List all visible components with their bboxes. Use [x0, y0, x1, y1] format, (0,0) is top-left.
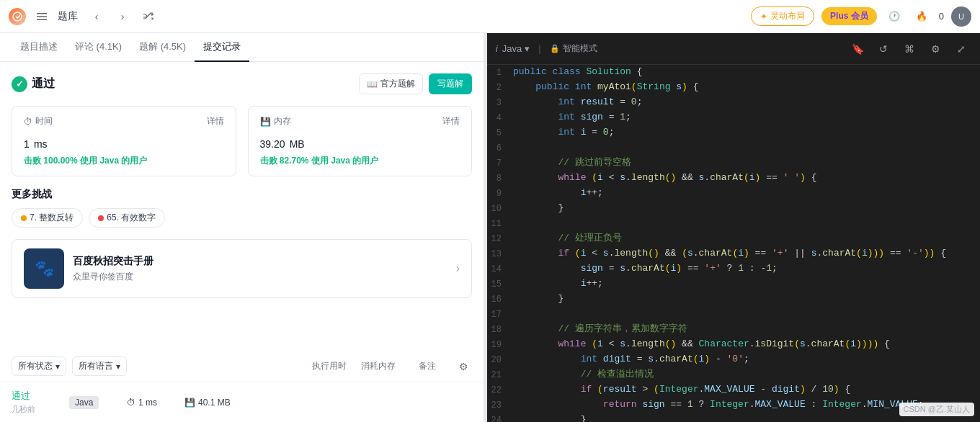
memory-icon-small: 💾	[184, 398, 195, 408]
line-number: 4	[487, 110, 513, 125]
shortcut-button[interactable]: ⌘	[899, 39, 919, 59]
line-number: 13	[487, 246, 513, 261]
table-row: 21 // 检查溢出情况	[487, 367, 980, 382]
lang-filter[interactable]: 所有语言 ▾	[72, 356, 127, 376]
line-content: i++;	[513, 277, 980, 291]
ad-banner[interactable]: 🐾 百度秋招突击手册 众里寻你签百度 ›	[12, 239, 472, 298]
clock-icon-small: ⏱	[127, 398, 135, 408]
challenge-integer-reverse[interactable]: 7. 整数反转	[12, 208, 83, 228]
table-row: 4 int sign = 1;	[487, 110, 980, 125]
submission-row: 通过 几秒前 Java ⏱ 1 ms 💾 40.1 MB	[0, 382, 484, 422]
submission-passed-label[interactable]: 通过	[12, 390, 69, 403]
note-col-header: 备注	[406, 360, 449, 372]
lock-icon: 🔒	[550, 44, 560, 53]
line-content: while (i < s.length() && Character.isDig…	[513, 337, 980, 351]
time-stat-card: ⏱ 时间 详情 1 ms 击败 100.00% 使用 Java 的用户	[12, 106, 236, 176]
line-number: 18	[487, 322, 513, 337]
line-number: 14	[487, 261, 513, 277]
ad-arrow-icon: ›	[456, 262, 460, 275]
fire-icon-button[interactable]: 🔥	[912, 6, 932, 27]
submission-lang: Java	[69, 396, 127, 409]
ad-text: 百度秋招突击手册 众里寻你签百度	[73, 255, 447, 283]
line-number: 11	[487, 216, 513, 231]
bookmark-button[interactable]: 🔖	[847, 39, 868, 59]
time-label: ⏱ 时间	[24, 115, 53, 127]
editor-divider: |	[538, 43, 540, 54]
line-number: 16	[487, 292, 513, 307]
line-content: if (i < s.length() && (s.charAt(i) == '+…	[513, 246, 980, 261]
coin-count: 0	[939, 11, 944, 22]
filter-row: 所有状态 ▾ 所有语言 ▾ 执行用时 消耗内存 备注 ⚙	[0, 356, 484, 382]
line-content: // 遍历字符串，累加数字字符	[513, 322, 980, 336]
check-circle-icon: ✓	[12, 76, 27, 92]
line-number: 17	[487, 307, 513, 322]
line-number: 24	[487, 413, 513, 422]
challenge-buttons: 7. 整数反转 65. 有效数字	[12, 208, 472, 228]
official-solution-button[interactable]: 📖 官方题解	[359, 73, 423, 94]
sparkle-icon: ✦	[760, 12, 767, 22]
line-number: 5	[487, 125, 513, 140]
line-number: 6	[487, 140, 513, 156]
tab-submissions[interactable]: 提交记录	[195, 33, 249, 62]
status-passed: ✓ 通过	[12, 76, 55, 92]
tab-description[interactable]: 题目描述	[12, 33, 66, 62]
line-content: int result = 0;	[513, 95, 980, 109]
tab-comments[interactable]: 评论 (4.1K)	[66, 33, 130, 62]
nav-back-button[interactable]: ‹	[86, 6, 107, 27]
line-content: sign = s.charAt(i) == '+' ? 1 : -1;	[513, 261, 980, 276]
lang-badge: Java	[69, 396, 99, 409]
svg-rect-1	[37, 13, 47, 14]
svg-rect-2	[37, 16, 47, 17]
line-content: }	[513, 292, 980, 306]
line-content: }	[513, 201, 980, 215]
memory-value: 39.20 MB	[260, 133, 460, 152]
red-dot-icon	[98, 215, 104, 221]
settings-button[interactable]: ⚙	[455, 358, 472, 375]
line-number: 7	[487, 156, 513, 171]
submission-memory: 💾 40.1 MB	[184, 398, 242, 408]
submission-time-ago: 几秒前	[12, 404, 69, 415]
nav-forward-button[interactable]: ›	[112, 6, 133, 27]
svg-rect-3	[37, 19, 47, 20]
write-solution-button[interactable]: 写题解	[429, 73, 472, 94]
clock-icon-button[interactable]: 🕐	[884, 6, 904, 27]
avatar[interactable]: U	[951, 6, 971, 27]
logo[interactable]	[9, 8, 26, 25]
editor-header: i Java ▾ | 🔒 智能模式 🔖 ↺ ⌘ ⚙ ⤢	[487, 33, 980, 65]
line-number: 20	[487, 352, 513, 367]
time-detail-link[interactable]: 详情	[207, 115, 224, 127]
editor-settings-button[interactable]: ⚙	[925, 39, 945, 59]
code-area[interactable]: 1public class Solution {2 public int myA…	[487, 65, 980, 422]
line-content: public int myAtoi(String s) {	[513, 80, 980, 94]
table-row: 18 // 遍历字符串，累加数字字符	[487, 322, 980, 337]
fullscreen-button[interactable]: ⤢	[951, 39, 971, 59]
challenge-valid-number[interactable]: 65. 有效数字	[89, 208, 165, 228]
book-icon: 📖	[367, 79, 378, 89]
line-content: int i = 0;	[513, 125, 980, 140]
line-number: 8	[487, 171, 513, 186]
submission-status: 通过 几秒前	[12, 390, 69, 415]
language-selector[interactable]: i Java ▾	[496, 43, 530, 54]
table-row: 7 // 跳过前导空格	[487, 156, 980, 171]
shuffle-button[interactable]	[138, 6, 159, 27]
line-content: int digit = s.charAt(i) - '0';	[513, 352, 980, 367]
line-number: 12	[487, 231, 513, 246]
memory-col-header: 消耗内存	[357, 360, 400, 372]
line-number: 19	[487, 337, 513, 352]
sidebar-toggle-button[interactable]	[32, 6, 52, 27]
plus-member-button[interactable]: Plus 会员	[821, 7, 877, 25]
chevron-down-icon-3: ▾	[525, 43, 530, 54]
status-filter[interactable]: 所有状态 ▾	[12, 356, 66, 376]
line-content: i++;	[513, 186, 980, 200]
memory-detail-link[interactable]: 详情	[442, 115, 460, 127]
lang-italic-icon: i	[496, 44, 498, 54]
undo-button[interactable]: ↺	[873, 39, 894, 59]
line-number: 2	[487, 80, 513, 95]
ad-title: 百度秋招突击手册	[73, 255, 447, 268]
line-content: int sign = 1;	[513, 110, 980, 125]
tab-solutions[interactable]: 题解 (4.5K)	[130, 33, 195, 62]
dynamic-layout-button[interactable]: ✦ 灵动布局	[751, 6, 814, 26]
memory-label: 💾 内存	[260, 115, 291, 127]
status-area: ✓ 通过 📖 官方题解 写题解	[12, 73, 472, 94]
orange-dot-icon	[21, 215, 27, 221]
